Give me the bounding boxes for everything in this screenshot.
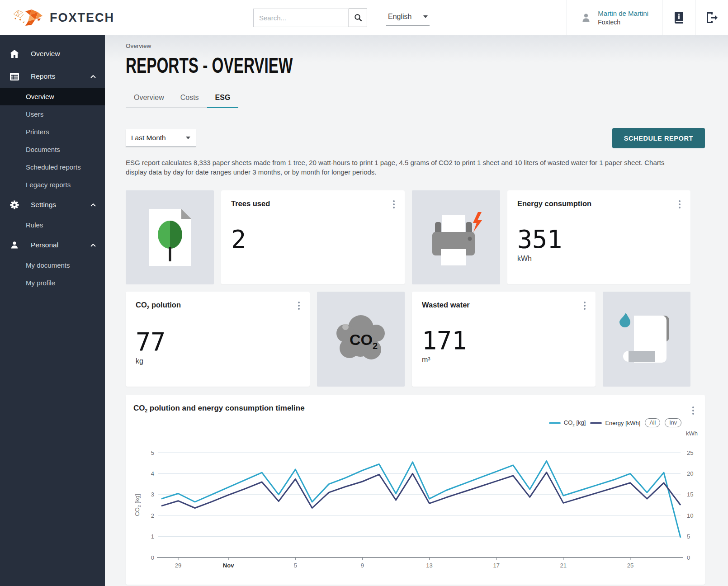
co2-energy-line-chart: 29Nov59131721250123450510152025CO2 [kg] <box>126 436 690 574</box>
energy-line-swatch <box>590 422 602 424</box>
controls-row: Last Month SCHEDULE REPORT <box>126 128 705 148</box>
energy-value: 351 <box>517 227 681 252</box>
chevron-up-icon <box>90 203 96 207</box>
energy-unit: kWh <box>517 255 681 263</box>
co2-cloud-icon: CO2 <box>331 310 390 369</box>
logout-button[interactable] <box>695 0 728 35</box>
language-select[interactable]: English <box>386 10 430 26</box>
legend-all-button[interactable]: All <box>645 418 660 427</box>
period-select[interactable]: Last Month <box>126 129 196 147</box>
foxtech-logo: FOXTECH <box>0 8 253 28</box>
language-value: English <box>388 13 411 21</box>
sidebar-subitem-scheduled-reports[interactable]: Scheduled reports <box>0 158 105 176</box>
co2-illustration-card: CO2 <box>317 292 405 387</box>
svg-text:0: 0 <box>151 554 154 561</box>
home-icon <box>10 50 19 58</box>
tab-costs[interactable]: Costs <box>172 89 207 108</box>
stats-row-1: Trees used 2 Energy consumption 351 kWh <box>126 190 705 284</box>
sidebar-subitem-users[interactable]: Users <box>0 105 105 123</box>
kebab-menu-button[interactable] <box>296 300 302 312</box>
timeline-chart-card: CO2 polution and energy consumption time… <box>126 395 705 585</box>
sidebar-subitem-my-documents[interactable]: My documents <box>0 256 105 274</box>
water-paper-icon <box>615 307 678 371</box>
user-organization: Foxtech <box>598 18 648 26</box>
fox-logo-icon <box>12 8 45 28</box>
svg-text:3: 3 <box>151 491 154 498</box>
sidebar-item-overview[interactable]: Overview <box>0 43 105 65</box>
legend-item-energy[interactable]: Energy [kWh] <box>590 420 640 426</box>
chart-kebab-menu-button[interactable] <box>690 405 696 416</box>
svg-text:21: 21 <box>560 562 567 569</box>
water-value: 171 <box>422 328 586 353</box>
search-input[interactable] <box>253 9 349 27</box>
trees-illustration-card <box>126 190 214 284</box>
manual-book-icon <box>673 12 684 24</box>
sidebar-subitem-legacy-reports[interactable]: Legacy reports <box>0 176 105 194</box>
card-title: Trees used <box>231 199 395 208</box>
card-title: CO2 polution <box>136 301 300 310</box>
header-right: Martin de Martini Foxtech <box>567 0 728 35</box>
svg-text:0: 0 <box>687 554 690 561</box>
logout-icon <box>706 12 718 23</box>
sidebar-item-reports[interactable]: Reports <box>0 65 105 88</box>
wasted-water-card: Wasted water 171 m³ <box>412 292 596 387</box>
person-icon <box>10 241 19 250</box>
printer-illustration-card <box>412 190 500 284</box>
chevron-down-icon <box>186 137 190 139</box>
tab-esg[interactable]: ESG <box>207 89 239 108</box>
brand-name: FOXTECH <box>50 11 114 25</box>
search-group <box>253 9 367 27</box>
main-content: Overview REPORTS - OVERVIEW Overview Cos… <box>105 35 728 586</box>
svg-text:25: 25 <box>627 562 633 569</box>
svg-text:15: 15 <box>687 491 693 498</box>
water-illustration-card <box>603 292 690 387</box>
chart-title: CO2 polution and energy consumption time… <box>133 404 305 413</box>
co2-value: 77 <box>136 330 300 354</box>
svg-text:1: 1 <box>151 533 154 540</box>
sidebar-subitem-my-profile[interactable]: My profile <box>0 274 105 292</box>
svg-text:5: 5 <box>294 562 297 569</box>
svg-text:5: 5 <box>687 533 690 540</box>
svg-text:29: 29 <box>175 562 181 569</box>
sidebar-item-settings[interactable]: Settings <box>0 194 105 216</box>
tab-overview[interactable]: Overview <box>126 89 172 108</box>
svg-text:10: 10 <box>687 512 693 519</box>
card-title: Wasted water <box>422 301 586 309</box>
page-title: REPORTS - OVERVIEW <box>126 53 554 78</box>
reports-icon <box>10 73 19 80</box>
kebab-menu-button[interactable] <box>391 198 397 210</box>
sidebar-subitem-printers[interactable]: Printers <box>0 123 105 141</box>
svg-text:20: 20 <box>687 470 693 477</box>
avatar-icon <box>581 12 591 23</box>
user-name: Martin de Martini <box>598 9 648 18</box>
chart-legend: CO2 [kg] Energy [kWh] All Inv <box>549 418 681 427</box>
svg-text:9: 9 <box>361 562 364 569</box>
search-icon <box>354 14 362 22</box>
sidebar-item-personal[interactable]: Personal <box>0 234 105 256</box>
chevron-up-icon <box>90 244 96 247</box>
legend-inv-button[interactable]: Inv <box>665 418 681 427</box>
kebab-menu-button[interactable] <box>582 300 587 312</box>
user-menu[interactable]: Martin de Martini Foxtech <box>567 0 662 35</box>
tree-page-icon <box>143 203 197 271</box>
chevron-up-icon <box>90 75 96 78</box>
sidebar-nav: Overview Reports Overview Users Printers… <box>0 35 105 586</box>
sidebar-subitem-reports-overview[interactable]: Overview <box>0 88 105 105</box>
sidebar-subitem-rules[interactable]: Rules <box>0 216 105 234</box>
stats-row-2: CO2 polution 77 kg CO2 Wast <box>126 292 705 387</box>
svg-text:17: 17 <box>493 562 499 569</box>
trees-used-card: Trees used 2 <box>221 190 405 284</box>
sidebar-subitem-documents[interactable]: Documents <box>0 141 105 158</box>
energy-consumption-card: Energy consumption 351 kWh <box>507 190 690 284</box>
svg-text:13: 13 <box>426 562 432 569</box>
legend-item-co2[interactable]: CO2 [kg] <box>549 419 586 427</box>
search-button[interactable] <box>349 9 367 27</box>
app-header: FOXTECH English Martin de Martini Foxtec… <box>0 0 728 35</box>
water-unit: m³ <box>422 356 586 364</box>
kebab-menu-button[interactable] <box>677 198 682 210</box>
schedule-report-button[interactable]: SCHEDULE REPORT <box>612 128 705 148</box>
manual-button[interactable] <box>662 0 695 35</box>
tab-bar: Overview Costs ESG <box>126 89 238 108</box>
svg-text:25: 25 <box>687 449 693 456</box>
svg-text:5: 5 <box>151 449 154 456</box>
